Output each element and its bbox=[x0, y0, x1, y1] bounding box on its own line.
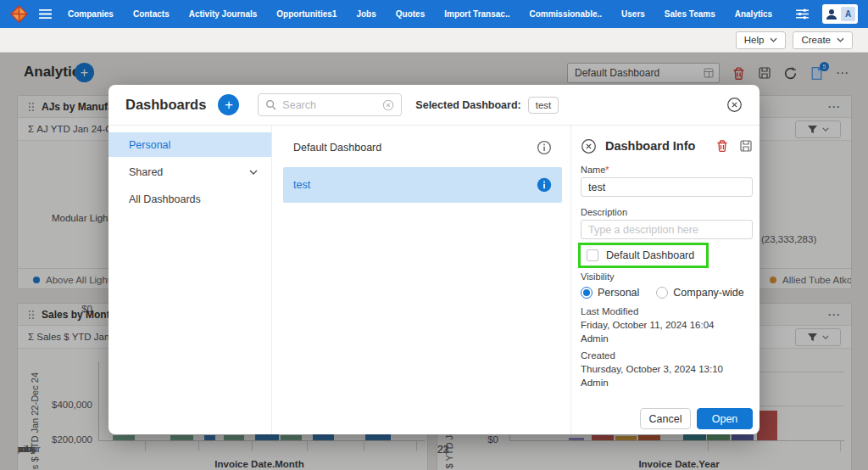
radio-unselected-icon[interactable] bbox=[656, 287, 668, 299]
nav-item-opportunities1[interactable]: Opportunities1 bbox=[276, 9, 337, 19]
nav-item-quotes[interactable]: Quotes bbox=[396, 9, 425, 19]
chevron-down-icon bbox=[770, 37, 777, 42]
nav-item-jobs[interactable]: Jobs bbox=[356, 9, 376, 19]
name-label: Name* bbox=[581, 165, 753, 175]
info-icon[interactable] bbox=[537, 140, 552, 155]
dashboard-info-panel: Dashboard Info Name* Description bbox=[570, 126, 760, 434]
user-profile-button[interactable]: A bbox=[822, 4, 858, 24]
nav-item-import-transactions[interactable]: Import Transac.. bbox=[444, 9, 509, 19]
new-dashboard-button[interactable]: + bbox=[218, 94, 239, 115]
modal-close-icon[interactable] bbox=[726, 97, 743, 113]
nav-all-dashboards[interactable]: All Dashboards bbox=[108, 187, 271, 211]
delete-dashboard-icon[interactable] bbox=[715, 139, 729, 153]
app-screen: Companies Contacts Activity Journals Opp… bbox=[0, 0, 868, 470]
dashboard-list: Default Dashboard test bbox=[272, 126, 570, 434]
cancel-button[interactable]: Cancel bbox=[640, 408, 691, 429]
top-nav: Companies Contacts Activity Journals Opp… bbox=[0, 0, 868, 28]
created-by: Admin bbox=[581, 378, 753, 388]
hamburger-menu-icon[interactable] bbox=[38, 8, 53, 20]
dashboard-row-test[interactable]: test bbox=[283, 167, 562, 203]
modal-footer: Cancel Open bbox=[640, 408, 753, 429]
app-logo-icon[interactable] bbox=[10, 5, 28, 23]
sliders-settings-icon[interactable] bbox=[795, 8, 810, 20]
nav-personal[interactable]: Personal bbox=[108, 132, 271, 157]
radio-personal[interactable]: Personal bbox=[581, 287, 639, 299]
selected-dashboard-label: Selected Dashboard: bbox=[415, 99, 520, 111]
radio-company-wide[interactable]: Company-wide bbox=[656, 287, 743, 299]
last-modified-date: Friday, October 11, 2024 16:04 bbox=[581, 320, 753, 330]
nav-item-contacts[interactable]: Contacts bbox=[133, 9, 170, 19]
help-button[interactable]: Help bbox=[736, 31, 787, 49]
nav-menu: Companies Contacts Activity Journals Opp… bbox=[68, 9, 772, 19]
chevron-down-icon bbox=[249, 170, 258, 175]
description-field[interactable] bbox=[581, 220, 753, 239]
user-icon bbox=[825, 8, 838, 21]
nav-item-activity-journals[interactable]: Activity Journals bbox=[189, 9, 258, 19]
nav-item-commissionable[interactable]: Commissionable.. bbox=[529, 9, 602, 19]
created-date: Thursday, October 3, 2024 13:10 bbox=[581, 364, 753, 374]
open-button[interactable]: Open bbox=[697, 408, 753, 429]
description-label: Description bbox=[581, 207, 753, 217]
save-dashboard-icon[interactable] bbox=[739, 139, 753, 153]
search-field[interactable] bbox=[282, 99, 376, 111]
nav-item-companies[interactable]: Companies bbox=[68, 9, 114, 19]
search-icon bbox=[265, 99, 276, 110]
info-icon-active[interactable] bbox=[537, 177, 552, 193]
radio-selected-icon[interactable] bbox=[581, 287, 593, 299]
nav-item-sales-teams[interactable]: Sales Teams bbox=[665, 9, 715, 19]
dashboard-row-default[interactable]: Default Dashboard bbox=[283, 132, 562, 163]
search-input[interactable] bbox=[258, 93, 402, 116]
default-dashboard-checkbox[interactable] bbox=[587, 249, 598, 261]
nav-item-analytics[interactable]: Analytics bbox=[735, 9, 772, 19]
last-modified-label: Last Modified bbox=[581, 306, 753, 316]
default-dashboard-checkbox-label: Default Dashboard bbox=[606, 249, 694, 261]
chevron-down-icon bbox=[837, 37, 844, 42]
name-field[interactable] bbox=[581, 177, 753, 197]
modal-left-nav: Personal Shared All Dashboards bbox=[108, 126, 272, 434]
modal-title: Dashboards bbox=[125, 97, 206, 113]
selected-dashboard-chip: test bbox=[528, 97, 559, 114]
annotation-highlight: Default Dashboard bbox=[578, 243, 709, 268]
last-modified-by: Admin bbox=[581, 333, 753, 344]
panel-close-icon[interactable] bbox=[581, 138, 597, 154]
visibility-label: Visibility bbox=[581, 271, 753, 282]
modal-header: Dashboards + Selected Dashboard: test bbox=[108, 85, 760, 126]
dashboards-modal: Dashboards + Selected Dashboard: test Pe… bbox=[108, 85, 760, 434]
nav-shared[interactable]: Shared bbox=[108, 159, 271, 184]
panel-title: Dashboard Info bbox=[605, 139, 695, 153]
created-label: Created bbox=[581, 350, 753, 361]
clear-search-icon[interactable] bbox=[382, 99, 394, 111]
visibility-options: Personal Company-wide bbox=[581, 286, 753, 299]
avatar: A bbox=[841, 7, 855, 21]
secondary-toolbar: Help Create bbox=[0, 28, 868, 53]
create-button[interactable]: Create bbox=[793, 31, 853, 49]
nav-item-users[interactable]: Users bbox=[621, 9, 645, 19]
